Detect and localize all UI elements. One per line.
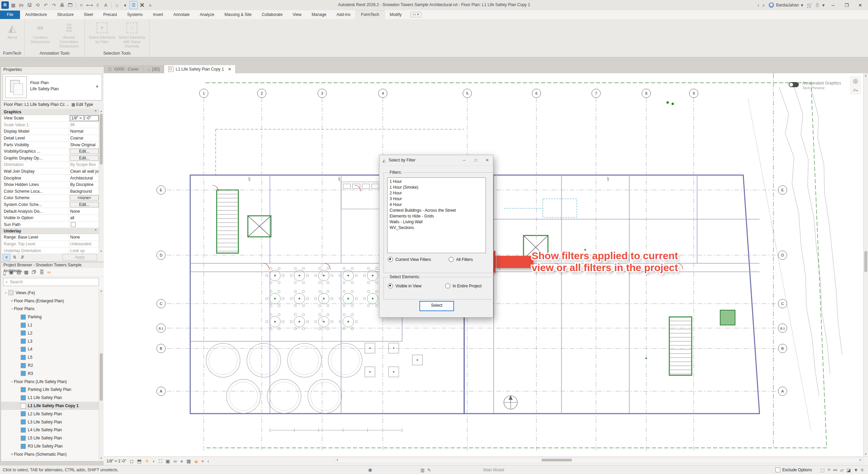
browser-search-box[interactable]: ⌕ Search — [3, 278, 99, 286]
text-icon[interactable]: A — [102, 1, 110, 9]
drag-on-selection-icon[interactable]: ⬚ — [821, 468, 825, 473]
tree-item-l1-life-safety-plan-copy-1[interactable]: L1 Life Safety Plan Copy 1 — [1, 402, 99, 410]
apply-button[interactable]: Apply — [62, 254, 97, 261]
reveal-constraints-icon[interactable]: ⌖ — [201, 458, 204, 464]
ribbon-tab-modify[interactable]: Modify — [384, 11, 407, 19]
property-value[interactable]: Edit... — [70, 149, 99, 154]
browser-schedules-icon[interactable]: ▦ — [24, 269, 28, 275]
ribbon-tab-collaborate[interactable]: Collaborate — [257, 11, 288, 19]
select-by-face-icon[interactable]: ◪ — [847, 468, 851, 473]
ui-panels-icon[interactable]: ▦ — [9, 1, 17, 9]
instance-chevron-icon[interactable]: ⌄ — [66, 103, 69, 107]
ribbon-tab-steel[interactable]: Steel — [79, 11, 98, 19]
browser-links-icon[interactable]: ∞ — [47, 269, 51, 275]
dialog-close-button[interactable]: ✕ — [481, 158, 493, 163]
property-value[interactable]: Look up — [69, 248, 99, 253]
default-3d-view-icon[interactable]: ⌂ — [113, 1, 121, 9]
tree-item-floor-plans-life-safety-plan[interactable]: −Floor Plans (Life Safety Plan) — [1, 378, 99, 386]
close-inactive-views-icon[interactable]: 🗙 — [138, 1, 146, 9]
select-button[interactable]: Select — [419, 301, 454, 311]
select-pinned-icon[interactable]: ⍟ — [828, 467, 830, 473]
revit-logo-icon[interactable]: R — [1, 1, 9, 9]
tree-item-views-fe[interactable]: −Views (Fe) — [1, 289, 99, 297]
worksharing-display-icon[interactable]: ▦ — [186, 458, 191, 464]
ribbon-tab-precast[interactable]: Precast — [98, 11, 122, 19]
tree-item-r2[interactable]: R2 — [1, 361, 99, 369]
canvas-vertical-scrollbar[interactable]: ▲ ▼ — [863, 73, 868, 456]
ribbon-tab-insert[interactable]: Insert — [148, 11, 168, 19]
ribbon-tab-annotate[interactable]: Annotate — [168, 11, 195, 19]
ribbon-tab-manage[interactable]: Manage — [307, 11, 331, 19]
tag-icon[interactable]: ◊ — [94, 1, 101, 9]
browser-legends-icon[interactable]: ▤ — [17, 269, 21, 275]
section-header-underlay[interactable]: Underlay⌃ — [2, 228, 99, 234]
property-value[interactable]: By Discipline — [69, 182, 99, 187]
radio-all-filters[interactable]: All Filters — [449, 257, 473, 262]
displacement-icon[interactable]: ⬙ — [194, 458, 198, 464]
exclude-options-control[interactable]: Exclude Options — [775, 468, 812, 472]
zoom-tool-icon[interactable]: ⌕▾ — [853, 87, 858, 93]
property-value[interactable]: Unbounded — [69, 242, 99, 246]
shadows-toggle-icon[interactable]: ◐ — [153, 458, 155, 464]
filter-item-4-hour[interactable]: 4 Hour — [388, 202, 486, 208]
type-selector[interactable]: Floor Plan Life Safety Plan ▼ — [3, 74, 102, 100]
tree-item-l5-life-safety-plan[interactable]: L5 Life Safety Plan — [1, 434, 99, 442]
property-value[interactable] — [69, 222, 99, 227]
tree-item-l1[interactable]: L1 — [1, 321, 99, 329]
view-tab-3d[interactable]: ⌂{3D} — [143, 65, 164, 73]
filter-item-1-hour[interactable]: 1 Hour — [388, 179, 486, 185]
ribbon-tab-formtech[interactable]: FormTech — [356, 10, 384, 19]
filter-item-wv-sections[interactable]: WV_Sections — [388, 225, 486, 231]
tree-item-parking-life-safety-plan[interactable]: Parking Life Safety Plan — [1, 386, 99, 394]
tree-item-r3-life-safety-plan[interactable]: R3 Life Safety Plan — [1, 442, 99, 450]
property-value[interactable]: None — [69, 235, 99, 240]
open-icon[interactable]: 🗁 — [18, 1, 25, 9]
instance-filter[interactable]: Floor Plan: L1 Life Safety Plan Cc — [3, 102, 65, 107]
tree-item-l3-life-safety-plan[interactable]: L3 Life Safety Plan — [1, 418, 99, 426]
ribbon-tab-architecture[interactable]: Architecture — [20, 11, 52, 19]
tree-item-l4-life-safety-plan[interactable]: L4 Life Safety Plan — [1, 426, 99, 434]
property-value[interactable]: Normal — [69, 129, 99, 134]
property-value[interactable]: Background — [69, 189, 99, 194]
dialog-title-bar[interactable]: ◭ Select by Filter ─ □ ✕ — [379, 155, 493, 166]
select-underlay-icon[interactable]: ▱ — [840, 468, 844, 473]
reveal-hidden-elements-icon[interactable]: ∞ — [173, 458, 177, 464]
browser-views-icon[interactable]: ▣ — [9, 269, 13, 275]
about-button[interactable]: ◭About — [1, 20, 23, 40]
vcb-collapse-icon[interactable]: ‹ — [208, 458, 209, 464]
property-value[interactable]: Show Original — [69, 143, 99, 147]
edit-type-button[interactable]: Edit Type — [76, 102, 93, 107]
filter-item-1-hour-smoke[interactable]: 1 Hour (Smoke) — [388, 185, 486, 190]
section-icon[interactable]: ♦ — [121, 1, 129, 9]
tree-item-l4[interactable]: L4 — [1, 345, 99, 354]
type-selector-dropdown-icon[interactable]: ▼ — [95, 84, 99, 89]
transfer-icon[interactable]: 🗔 — [66, 1, 74, 9]
tree-item-l2[interactable]: L2 — [1, 329, 99, 337]
steering-wheel-icon[interactable]: ◎ — [853, 77, 858, 84]
canvas-horizontal-scrollbar[interactable]: ◄ ► — [334, 458, 863, 463]
property-value[interactable]: Edit... — [70, 155, 99, 161]
selection-filter-icon[interactable]: ▼ — [854, 468, 858, 473]
radio-visible-in-view[interactable]: Visible in View — [388, 283, 421, 288]
tree-item-l5[interactable]: L5 — [1, 353, 99, 361]
tree-item-l3[interactable]: L3 — [1, 337, 99, 345]
tree-item-parking[interactable]: Parking — [1, 313, 99, 321]
view-tab-l1-life-safety-plan-copy-1[interactable]: L1 Life Safety Plan Copy 1✕ — [164, 65, 236, 73]
collapse-chevron-icon[interactable]: ‹ — [757, 2, 759, 8]
sort-default-icon[interactable]: ≡ — [3, 254, 10, 261]
sort-az-icon[interactable]: ⇅ — [11, 254, 18, 260]
select-elements-with-same-override-button[interactable]: ⌕Select Elementswith Same Override — [117, 20, 146, 49]
sync-icon[interactable]: ⟲ — [34, 1, 41, 9]
tree-item-floor-plans[interactable]: −Floor Plans — [1, 305, 99, 313]
property-value[interactable]: Architectural — [69, 176, 99, 181]
tree-item-l1-life-safety-plan[interactable]: L1 Life Safety Plan — [1, 394, 99, 402]
aligned-dimension-icon[interactable]: ⟷ — [86, 1, 93, 9]
property-value[interactable]: <none> — [70, 195, 99, 201]
ribbon-tab-add-ins[interactable]: Add-Ins — [331, 11, 355, 19]
filters-listbox[interactable]: 1 Hour1 Hour (Smoke)2 Hour3 Hour4 HourCo… — [387, 177, 486, 253]
search-icon[interactable]: ⌕ — [763, 2, 765, 8]
reveal-overridden-dimensions-button[interactable]: 123120OVRReveal OverriddenDimensions — [55, 20, 83, 49]
temporary-hide-isolate-icon[interactable]: ● — [180, 458, 183, 464]
radio-current-view-filters[interactable]: Current View Filters — [388, 257, 431, 262]
restore-button[interactable]: ❐ — [842, 3, 852, 8]
